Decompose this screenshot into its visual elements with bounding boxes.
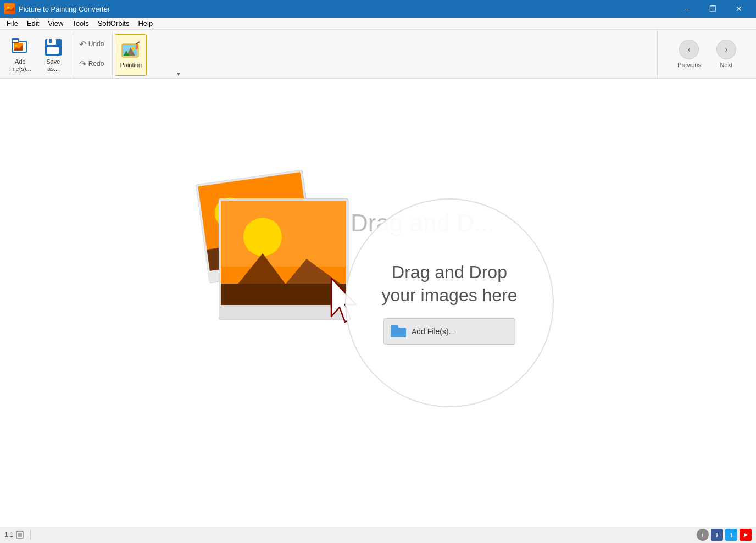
ribbon-group-painting: Painting	[113, 32, 151, 78]
previous-button[interactable]: ‹ Previous	[671, 37, 708, 70]
painting-label: Painting	[120, 62, 142, 69]
save-as-label: Saveas...	[46, 58, 60, 73]
next-icon: ›	[716, 40, 736, 59]
save-as-button[interactable]: Saveas...	[38, 34, 68, 76]
drag-text-line2: your images here	[381, 285, 517, 305]
facebook-icon[interactable]: f	[711, 529, 723, 541]
painting-icon	[121, 41, 141, 60]
twitter-icon[interactable]: t	[725, 529, 737, 541]
redo-button[interactable]: ↷ Redo	[75, 54, 108, 73]
svg-point-19	[131, 47, 135, 50]
add-files-button[interactable]: AddFile(s)...	[4, 34, 36, 76]
next-button[interactable]: › Next	[710, 37, 743, 70]
save-icon	[43, 37, 63, 57]
menu-bar: File Edit View Tools SoftOrbits Help	[0, 18, 756, 30]
menu-view[interactable]: View	[43, 18, 68, 29]
zoom-label: 1:1	[4, 531, 14, 539]
svg-rect-37	[221, 284, 346, 305]
menu-help[interactable]: Help	[134, 18, 157, 29]
menu-file[interactable]: File	[2, 18, 23, 29]
drop-area[interactable]: Drag and D... Drag and Drop your images …	[158, 165, 598, 440]
svg-point-8	[15, 45, 17, 47]
svg-rect-40	[18, 533, 22, 537]
previous-label: Previous	[677, 62, 701, 68]
menu-tools[interactable]: Tools	[68, 18, 93, 29]
minimize-button[interactable]: −	[674, 0, 699, 18]
menu-softorbits[interactable]: SoftOrbits	[93, 18, 134, 29]
svg-point-22	[136, 45, 138, 49]
undo-button[interactable]: ↶ Undo	[75, 35, 108, 53]
status-icons: i f t ▶	[697, 529, 752, 541]
title-bar: Picture to Painting Converter − ❐ ✕	[0, 0, 756, 18]
svg-rect-6	[13, 40, 18, 42]
folder-icon	[391, 325, 406, 337]
circle-overlay: Drag and Drop your images here Add File(…	[345, 198, 554, 407]
painting-button[interactable]: Painting	[115, 34, 147, 76]
main-content: Drag and D... Drag and Drop your images …	[0, 79, 756, 527]
redo-label: Redo	[88, 60, 104, 68]
add-files-label: AddFile(s)...	[9, 58, 31, 73]
drag-drop-text: Drag and Drop your images here	[381, 261, 517, 307]
svg-rect-33	[221, 201, 346, 267]
zoom-display: 1:1	[4, 530, 31, 540]
next-label: Next	[720, 62, 733, 68]
info-icon[interactable]: i	[697, 529, 709, 541]
window-title: Picture to Painting Converter	[19, 5, 674, 13]
svg-rect-12	[49, 39, 52, 43]
ribbon: AddFile(s)... Saveas... ↶ Undo	[0, 30, 756, 79]
ribbon-group-main: AddFile(s)... Saveas...	[2, 32, 73, 78]
maximize-button[interactable]: ❐	[700, 0, 725, 18]
zoom-icon	[16, 530, 26, 540]
undo-label: Undo	[88, 40, 104, 48]
close-button[interactable]: ✕	[726, 0, 752, 18]
add-files-icon	[10, 37, 30, 57]
drag-text-line1: Drag and Drop	[392, 262, 507, 282]
window-controls: − ❐ ✕	[674, 0, 752, 18]
youtube-icon[interactable]: ▶	[740, 529, 752, 541]
status-bar: 1:1 i f t ▶	[0, 527, 756, 542]
app-icon	[4, 3, 15, 14]
svg-point-34	[243, 218, 282, 256]
previous-icon: ‹	[679, 40, 699, 59]
ribbon-expand-arrow[interactable]: ▼	[176, 71, 181, 77]
menu-edit[interactable]: Edit	[23, 18, 43, 29]
add-files-circle-button[interactable]: Add File(s)...	[383, 318, 515, 345]
svg-line-20	[136, 42, 140, 44]
ribbon-nav: ‹ Previous › Next	[657, 30, 756, 78]
add-files-circle-label: Add File(s)...	[412, 327, 455, 336]
ribbon-group-edit: ↶ Undo ↷ Redo	[73, 32, 113, 78]
svg-rect-13	[47, 47, 59, 54]
